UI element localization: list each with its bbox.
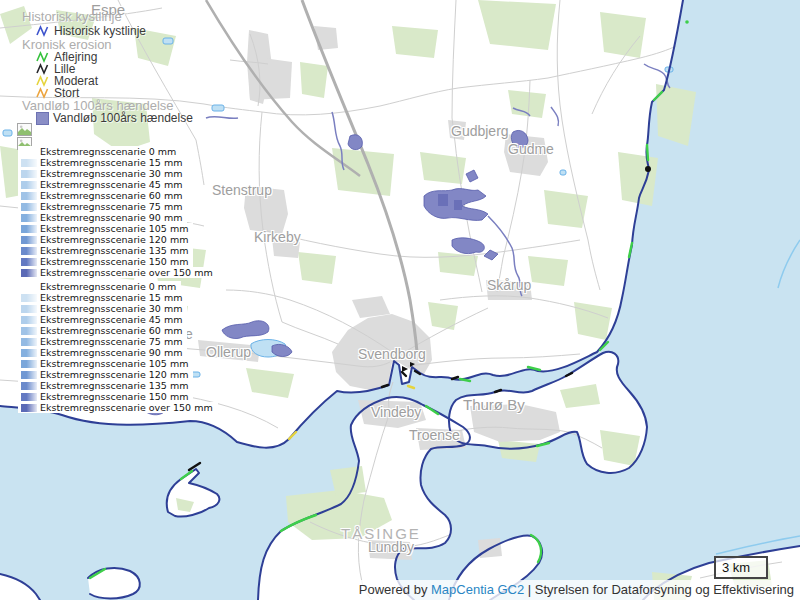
legend-item-rain: Ekstremregnsscenarie 75 mm xyxy=(18,201,187,212)
legend-item-rain: Ekstremregnsscenarie over 150 mm xyxy=(18,402,218,413)
scale-bar: 3 km xyxy=(714,556,768,579)
color-swatch-icon xyxy=(21,305,37,313)
map-label-skaarup: Skårup xyxy=(487,277,531,293)
color-swatch-icon xyxy=(21,327,37,335)
color-swatch-icon xyxy=(21,349,37,357)
legend-item-rain: Ekstremregnsscenarie 105 mm xyxy=(18,358,193,369)
rain-scenario-legend-1: Ekstremregnsscenarie 0 mm Ekstremregnssc… xyxy=(18,146,218,278)
legend-item-label: Historisk kystlinje xyxy=(54,24,146,38)
broken-image-icon xyxy=(17,123,32,136)
map-label-troense: Troense xyxy=(409,427,460,443)
color-swatch-icon xyxy=(21,382,37,390)
legend-item-rain: Ekstremregnsscenarie over 150 mm xyxy=(18,267,218,278)
legend-item-rain: Ekstremregnsscenarie 135 mm xyxy=(18,245,193,256)
mapcentia-gc2-link[interactable]: MapCentia GC2 xyxy=(431,582,524,597)
legend-item-rain: Ekstremregnsscenarie 135 mm xyxy=(18,380,193,391)
map-label-vindeby: Vindeby xyxy=(371,404,421,420)
attribution-suffix: | Styrelsen for Dataforsyning og Effekti… xyxy=(524,582,794,597)
color-swatch-icon xyxy=(21,404,37,412)
legend-item-rain: Ekstremregnsscenarie 45 mm xyxy=(18,179,187,190)
color-swatch-icon xyxy=(21,371,37,379)
legend-item-historisk-kystlinje: Historisk kystlinje xyxy=(36,24,146,38)
map-label-lundby: Lundby xyxy=(368,539,414,555)
color-swatch-icon xyxy=(21,258,37,266)
color-swatch-icon xyxy=(21,159,37,167)
legend-item-vandlob: Vandløb 100års hændelse xyxy=(36,111,193,125)
attribution-prefix: Powered by xyxy=(359,582,431,597)
legend-item-rain: Ekstremregnsscenarie 45 mm xyxy=(18,314,187,325)
color-swatch-icon xyxy=(21,338,37,346)
legend-item-rain: Ekstremregnsscenarie 105 mm xyxy=(18,223,193,234)
zigzag-line-icon xyxy=(36,25,50,37)
legend-item-rain: Ekstremregnsscenarie 30 mm xyxy=(18,168,187,179)
map-label-gudme: Gudme xyxy=(508,141,554,157)
color-swatch-icon xyxy=(21,170,37,178)
color-swatch-icon xyxy=(21,247,37,255)
color-swatch-icon xyxy=(21,283,37,291)
color-swatch-icon xyxy=(21,393,37,401)
legend-item-rain: Ekstremregnsscenarie 75 mm xyxy=(18,336,187,347)
legend-item-rain: Ekstremregnsscenarie 90 mm xyxy=(18,212,187,223)
color-swatch-icon xyxy=(21,148,37,156)
color-swatch-icon xyxy=(21,225,37,233)
color-swatch-icon xyxy=(21,236,37,244)
map-label-stenstrup: Stenstrup xyxy=(212,182,272,198)
color-swatch-icon xyxy=(21,214,37,222)
color-swatch-icon xyxy=(21,269,37,277)
scale-bar-label: 3 km xyxy=(722,560,750,575)
legend-item-rain: Ekstremregnsscenarie 0 mm xyxy=(18,281,181,292)
legend-item-rain: Ekstremregnsscenarie 15 mm xyxy=(18,157,187,168)
color-swatch-icon xyxy=(21,203,37,211)
legend-item-rain: Ekstremregnsscenarie 60 mm xyxy=(18,190,187,201)
map-label-kirkeby: Kirkeby xyxy=(254,229,301,245)
legend-item-rain: Ekstremregnsscenarie 60 mm xyxy=(18,325,187,336)
map-label-gudbjerg: Gudbjerg xyxy=(451,123,509,139)
color-swatch-icon xyxy=(21,294,37,302)
color-swatch-icon xyxy=(21,360,37,368)
attribution-bar: Powered by MapCentia GC2 | Styrelsen for… xyxy=(351,580,800,600)
legend-group-title: Historisk kystlinje xyxy=(22,9,122,24)
square-swatch-icon xyxy=(36,112,49,125)
legend-item-rain: Ekstremregnsscenarie 120 mm xyxy=(18,369,193,380)
map-label-svendborg: Svendborg xyxy=(358,346,426,362)
legend-item-rain: Ekstremregnsscenarie 90 mm xyxy=(18,347,187,358)
legend-item-rain: Ekstremregnsscenarie 0 mm xyxy=(18,146,181,157)
color-swatch-icon xyxy=(21,192,37,200)
legend-item-label: Vandløb 100års hændelse xyxy=(53,111,193,125)
rain-scenario-legend-2: Ekstremregnsscenarie 0 mm Ekstremregnssc… xyxy=(18,281,218,413)
color-swatch-icon xyxy=(21,316,37,324)
map-viewport: Espe Stenstrup Kirkeby Gudbjerg Gudme Sk… xyxy=(0,0,800,600)
legend-item-rain: Ekstremregnsscenarie 150 mm xyxy=(18,256,193,267)
legend-item-rain: Ekstremregnsscenarie 120 mm xyxy=(18,234,193,245)
legend-item-rain: Ekstremregnsscenarie 30 mm xyxy=(18,303,187,314)
legend-item-rain: Ekstremregnsscenarie 15 mm xyxy=(18,292,187,303)
map-label-thuro-by: Thurø By xyxy=(463,396,525,413)
legend-item-rain: Ekstremregnsscenarie 150 mm xyxy=(18,391,193,402)
color-swatch-icon xyxy=(21,181,37,189)
